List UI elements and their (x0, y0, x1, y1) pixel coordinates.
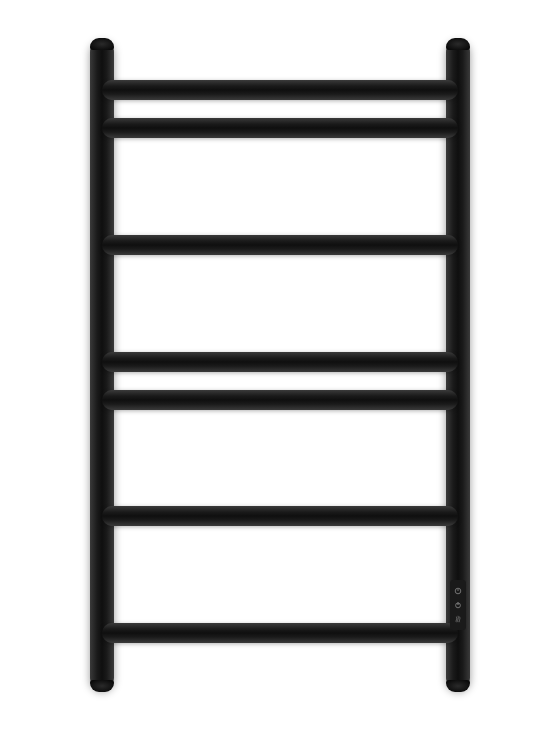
horizontal-rung (102, 235, 458, 255)
horizontal-rung (102, 506, 458, 526)
timer-icon (454, 587, 462, 595)
horizontal-rung (102, 390, 458, 410)
rail-cap (446, 38, 470, 50)
temperature-controller (450, 580, 466, 630)
horizontal-rung (102, 352, 458, 372)
horizontal-rung (102, 118, 458, 138)
towel-rail-product (90, 40, 470, 690)
rail-cap (90, 38, 114, 50)
rail-cap (446, 680, 470, 692)
power-icon (454, 601, 462, 609)
heat-icon (454, 615, 462, 623)
horizontal-rung (102, 623, 458, 643)
rail-cap (90, 680, 114, 692)
horizontal-rung (102, 80, 458, 100)
